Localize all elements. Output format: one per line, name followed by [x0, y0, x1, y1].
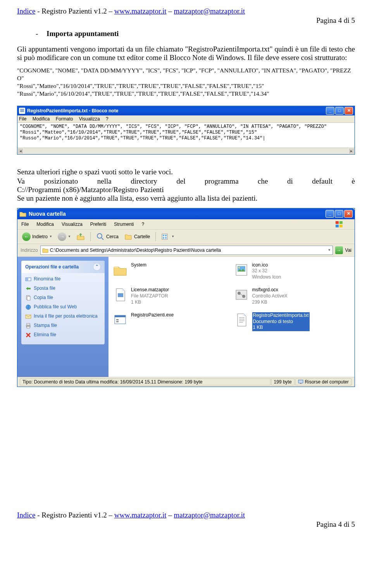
folder-icon [19, 211, 26, 217]
folder-icon [112, 262, 128, 278]
explorer-maximize-button[interactable]: □ [335, 210, 343, 218]
menu-file[interactable]: File [19, 116, 26, 122]
menu-modifica[interactable]: Modifica [33, 116, 50, 122]
indice-link-footer[interactable]: Indice [17, 511, 35, 519]
up-button[interactable] [75, 232, 86, 242]
maximize-button[interactable]: □ [335, 107, 344, 115]
exp-menu-file[interactable]: File [21, 222, 29, 227]
notepad-scrollbar[interactable]: ◄ ► [17, 148, 355, 154]
address-label: Indirizzo [21, 248, 38, 253]
exp-menu-strumenti[interactable]: Strumenti [114, 222, 134, 227]
explorer-statusbar: Tipo: Documento di testo Data ultima mod… [17, 377, 355, 387]
back-button[interactable]: ← Indietro ▼ [21, 232, 54, 242]
exp-menu-preferiti[interactable]: Preferiti [90, 222, 106, 227]
menu-help[interactable]: ? [106, 116, 108, 122]
explorer-file-pane[interactable]: System icon.ico 32 x 32 Windows Icon [108, 257, 355, 377]
go-button[interactable]: → [335, 246, 343, 254]
email-link[interactable]: matzaptor@matzaptor.it [174, 7, 245, 15]
address-path: C:\Documents and Settings\Administrator\… [50, 248, 221, 253]
file-structure-example: "COGNOME", "NOME", "DATA DD/MM/YYYY", "I… [17, 67, 355, 98]
notepad-titlebar[interactable]: RegistroPazientiImporta.txt - Blocco not… [17, 106, 355, 115]
explorer-sidebar: Operazioni file e cartella ⌃ Rinomina fi… [17, 257, 108, 377]
address-bar: Indirizzo C:\Documents and Settings\Admi… [17, 244, 355, 257]
web-icon [25, 304, 31, 310]
svg-rect-28 [115, 315, 126, 317]
footer-line: Indice - Registro Pazienti v1.2 – www.ma… [17, 511, 355, 519]
svg-rect-29 [116, 319, 119, 320]
file-license[interactable]: License.matzaptor File MATZAPTOR 1 KB [112, 287, 230, 305]
svg-rect-9 [163, 237, 164, 239]
svg-rect-7 [163, 235, 164, 236]
file-system-folder[interactable]: System [112, 262, 230, 280]
file-registropazienti-exe[interactable]: RegistroPazienti.exe [112, 312, 230, 331]
minimize-button[interactable]: _ [326, 107, 334, 115]
scroll-left-icon[interactable]: ◄ [17, 148, 24, 154]
rename-icon [25, 276, 31, 282]
svg-rect-8 [165, 235, 167, 236]
task-move[interactable]: Sposta file [25, 285, 101, 292]
svg-rect-3 [339, 225, 343, 227]
ocx-icon [234, 287, 249, 303]
status-mid: 199 byte [271, 378, 294, 385]
views-icon [161, 233, 170, 241]
chevron-down-icon[interactable]: ▼ [328, 248, 331, 252]
svg-rect-36 [300, 383, 301, 384]
exp-menu-modifica[interactable]: Modifica [36, 222, 54, 227]
task-copy[interactable]: Copia file [25, 295, 101, 301]
task-print[interactable]: Stampa file [25, 323, 101, 329]
forward-icon: → [58, 232, 66, 241]
close-button[interactable]: ✕ [344, 107, 353, 115]
copy-icon [25, 295, 31, 301]
svg-rect-0 [336, 221, 339, 224]
paragraph-2: Senza ulteriori righe o spazi vuoti sott… [17, 168, 355, 176]
explorer-close-button[interactable]: ✕ [344, 210, 353, 218]
svg-rect-14 [27, 296, 30, 300]
tasks-panel: Operazioni file e cartella ⌃ Rinomina fi… [21, 261, 105, 344]
menu-formato[interactable]: Formato [56, 116, 73, 122]
svg-rect-12 [26, 278, 28, 280]
address-input[interactable]: C:\Documents and Settings\Administrator\… [40, 246, 333, 255]
delete-icon [25, 332, 31, 338]
search-button[interactable]: Cerca [95, 232, 120, 242]
txt-icon [234, 312, 249, 328]
task-delete[interactable]: Elimina file [25, 332, 101, 338]
svg-rect-10 [165, 237, 167, 239]
email-link-footer[interactable]: matzaptor@matzaptor.it [174, 511, 245, 519]
task-rename[interactable]: Rinomina file [25, 276, 101, 282]
search-icon [96, 232, 105, 241]
go-label: Vai [345, 248, 351, 253]
file-msflxgrd[interactable]: msflxgrd.ocx Controllo ActiveX 239 KB [234, 287, 351, 305]
file-registropazientiimporta[interactable]: RegistroPazientiImporta.txt Documento di… [234, 312, 351, 331]
explorer-minimize-button[interactable]: _ [326, 210, 334, 218]
notepad-title: RegistroPazientiImporta.txt - Blocco not… [27, 108, 326, 113]
file-icon-ico[interactable]: icon.ico 32 x 32 Windows Icon [234, 262, 351, 280]
forward-button[interactable]: → ▼ [56, 232, 72, 242]
chevron-down-icon: ▼ [49, 235, 52, 238]
folders-icon [124, 232, 133, 241]
explorer-titlebar[interactable]: Nuova cartella _ □ ✕ [17, 208, 355, 219]
exp-menu-help[interactable]: ? [142, 222, 145, 227]
folders-button[interactable]: Cartelle [122, 232, 152, 242]
back-icon: ← [22, 232, 31, 241]
svg-rect-1 [339, 221, 343, 224]
url-link-footer[interactable]: www.matzaptor.it [114, 511, 167, 519]
task-email[interactable]: Invia il file per posta elettronica [25, 313, 101, 320]
notepad-textarea[interactable]: "COGNOME", "NOME", "DATA DD/MM/YYYY", "I… [17, 123, 355, 148]
windows-logo-icon [335, 221, 343, 228]
tasks-header[interactable]: Operazioni file e cartella ⌃ [21, 261, 105, 273]
exp-menu-visualizza[interactable]: Visualizza [62, 222, 83, 227]
notepad-menubar: File Modifica Formato Visualizza ? [17, 115, 355, 123]
svg-rect-18 [27, 323, 30, 325]
computer-icon [298, 379, 303, 385]
url-link[interactable]: www.matzaptor.it [114, 7, 167, 15]
paragraph-3: Se un paziente non è aggiunto alla lista… [17, 194, 355, 203]
views-button[interactable]: ▼ [160, 232, 176, 241]
svg-point-4 [97, 234, 102, 238]
task-publish[interactable]: Pubblica file sul Web [25, 304, 101, 310]
collapse-icon[interactable]: ⌃ [93, 263, 101, 271]
svg-rect-35 [298, 380, 303, 383]
menu-visualizza[interactable]: Visualizza [79, 116, 100, 122]
scroll-right-icon[interactable]: ► [348, 148, 355, 154]
indice-link[interactable]: Indice [17, 7, 35, 15]
image-icon [234, 262, 249, 278]
